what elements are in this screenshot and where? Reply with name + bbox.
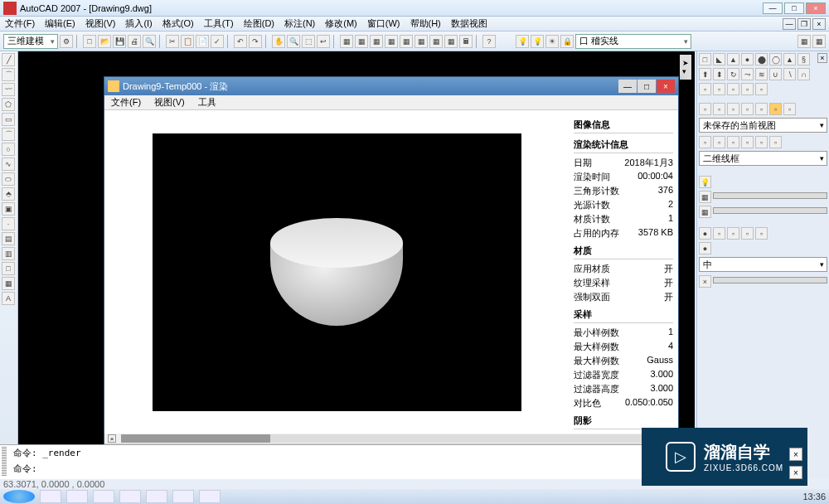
save-icon[interactable]: 💾 <box>113 35 126 48</box>
tb-e[interactable]: ▦ <box>400 35 413 48</box>
solid-edit-a[interactable]: ▫ <box>699 83 711 95</box>
tb-c[interactable]: ▦ <box>370 35 383 48</box>
render-menu-tools[interactable]: 工具 <box>191 96 223 109</box>
sun-icon[interactable]: ☀ <box>545 35 559 48</box>
vis-c[interactable]: ▫ <box>727 136 739 148</box>
tb-a[interactable]: ▦ <box>340 35 353 48</box>
gradient-icon[interactable]: ▥ <box>2 247 15 260</box>
tb-g[interactable]: ▦ <box>429 35 443 48</box>
extrude-icon[interactable]: ⬆ <box>699 68 711 80</box>
view-dropdown[interactable]: 未保存的当前视图 <box>699 118 827 133</box>
region-icon[interactable]: □ <box>2 262 15 275</box>
lock-icon[interactable]: 🔒 <box>560 35 574 48</box>
layer-tool-b[interactable]: ▦ <box>812 35 826 48</box>
doc-restore[interactable]: ❐ <box>797 18 811 30</box>
tb-h[interactable]: ▦ <box>444 35 458 48</box>
polyline-icon[interactable]: 〰 <box>2 83 15 96</box>
vis-e[interactable]: ▫ <box>755 136 768 148</box>
polygon-icon[interactable]: ⬠ <box>2 98 15 111</box>
menu-window[interactable]: 窗口(W) <box>362 17 405 30</box>
tb-b[interactable]: ▦ <box>355 35 368 48</box>
table-icon[interactable]: ▦ <box>2 277 15 290</box>
ellipse-icon[interactable]: ⬭ <box>2 172 15 186</box>
overlay-close-2[interactable]: × <box>789 448 802 461</box>
solid-helix-icon[interactable]: § <box>797 53 810 65</box>
rectangle-icon[interactable]: ▭ <box>2 113 15 126</box>
taskbar-clock[interactable]: 13:36 <box>802 492 826 502</box>
menu-dataview[interactable]: 数据视图 <box>446 17 492 30</box>
solid-wedge-icon[interactable]: ◣ <box>713 53 725 65</box>
start-button[interactable] <box>3 490 35 503</box>
slider-b[interactable] <box>713 207 827 214</box>
copy-icon[interactable]: 📋 <box>181 35 194 48</box>
menu-draw[interactable]: 绘图(D) <box>239 17 279 30</box>
render-titlebar[interactable]: Drawing9-Temp000 - 渲染 — □ × <box>104 77 678 95</box>
paste-icon[interactable]: 📄 <box>196 35 209 48</box>
cut-icon[interactable]: ✂ <box>166 35 179 48</box>
subtract-icon[interactable]: ∖ <box>783 68 796 80</box>
tool-settings-icon[interactable]: ⚙ <box>60 35 73 48</box>
solid-edit-b[interactable]: ▫ <box>713 83 725 95</box>
menu-edit[interactable]: 编辑(E) <box>40 17 80 30</box>
solid-cylinder-icon[interactable]: ⬤ <box>755 53 768 65</box>
workspace-dropdown[interactable]: 三维建模 <box>3 34 58 49</box>
render-minimize[interactable]: — <box>618 80 637 93</box>
menu-insert[interactable]: 插入(I) <box>120 17 157 30</box>
print-icon[interactable]: 🖨 <box>128 35 141 48</box>
union-icon[interactable]: ∪ <box>769 68 782 80</box>
undo-icon[interactable]: ↶ <box>234 35 247 48</box>
command-area[interactable]: 命令: _render 命令: <box>0 444 695 479</box>
taskbar-item-3[interactable] <box>93 490 114 503</box>
tb-d[interactable]: ▦ <box>385 35 398 48</box>
view-tool-g[interactable]: ▫ <box>783 103 796 115</box>
open-icon[interactable]: 📂 <box>98 35 111 48</box>
zoom-icon[interactable]: 🔍 <box>287 35 300 48</box>
scroll-thumb[interactable] <box>121 434 270 443</box>
bulb2-icon[interactable]: 💡 <box>531 35 544 48</box>
render-close-icon[interactable]: × <box>699 275 711 288</box>
zoom-prev-icon[interactable]: ↩ <box>317 35 330 48</box>
panel-close-icon[interactable]: × <box>817 53 827 63</box>
taskbar-item-6[interactable] <box>172 490 194 503</box>
menu-format[interactable]: 格式(O) <box>158 17 199 30</box>
solid-pyramid-icon[interactable]: ▲ <box>783 53 796 65</box>
slider-icon-a[interactable]: ▦ <box>699 191 711 203</box>
solid-edit-c[interactable]: ▫ <box>727 83 739 95</box>
light-a[interactable]: 💡 <box>699 176 711 188</box>
sweep-icon[interactable]: ⤳ <box>741 68 754 80</box>
calculator-icon[interactable]: 🖩 <box>459 35 473 48</box>
taskbar-item-7[interactable] <box>199 490 221 503</box>
solid-box-icon[interactable]: □ <box>699 53 711 65</box>
block-icon[interactable]: ▣ <box>2 202 15 216</box>
command-grip[interactable] <box>2 447 7 477</box>
maximize-button[interactable]: □ <box>784 2 804 14</box>
vis-b[interactable]: ▫ <box>713 136 725 148</box>
visualstyle-dropdown[interactable]: 二维线框 <box>699 151 827 166</box>
menu-help[interactable]: 帮助(H) <box>405 17 446 30</box>
line-icon[interactable]: ╱ <box>2 53 15 66</box>
doc-close[interactable]: × <box>812 18 826 30</box>
render-menu-file[interactable]: 文件(F) <box>104 96 148 109</box>
circle-icon[interactable]: ○ <box>2 143 15 156</box>
render-menu-view[interactable]: 视图(V) <box>148 96 191 109</box>
tb-f[interactable]: ▦ <box>414 35 428 48</box>
viewport-arrow-icon[interactable]: ➤▾ <box>680 55 691 80</box>
vis-d[interactable]: ▫ <box>741 136 754 148</box>
help-icon[interactable]: ? <box>482 35 496 48</box>
menu-dimension[interactable]: 标注(N) <box>279 17 320 30</box>
taskbar-item-5[interactable] <box>146 490 167 503</box>
view-tool-a[interactable]: ▫ <box>699 103 711 115</box>
vis-f[interactable]: ▫ <box>769 136 782 148</box>
material-a[interactable]: ● <box>699 227 711 240</box>
spline-icon[interactable]: ∿ <box>2 158 15 171</box>
scroll-track[interactable] <box>121 434 675 443</box>
view-tool-c[interactable]: ▫ <box>727 103 739 115</box>
pan-icon[interactable]: ✋ <box>272 35 285 48</box>
arc-icon[interactable]: ⌒ <box>2 68 15 81</box>
render-maximize[interactable]: □ <box>638 80 656 93</box>
close-button[interactable]: × <box>806 2 826 14</box>
render-slider[interactable] <box>713 277 827 284</box>
solid-sphere-icon[interactable]: ● <box>741 53 754 65</box>
render-quality-dropdown[interactable]: 中 <box>699 257 827 272</box>
redo-icon[interactable]: ↷ <box>249 35 262 48</box>
